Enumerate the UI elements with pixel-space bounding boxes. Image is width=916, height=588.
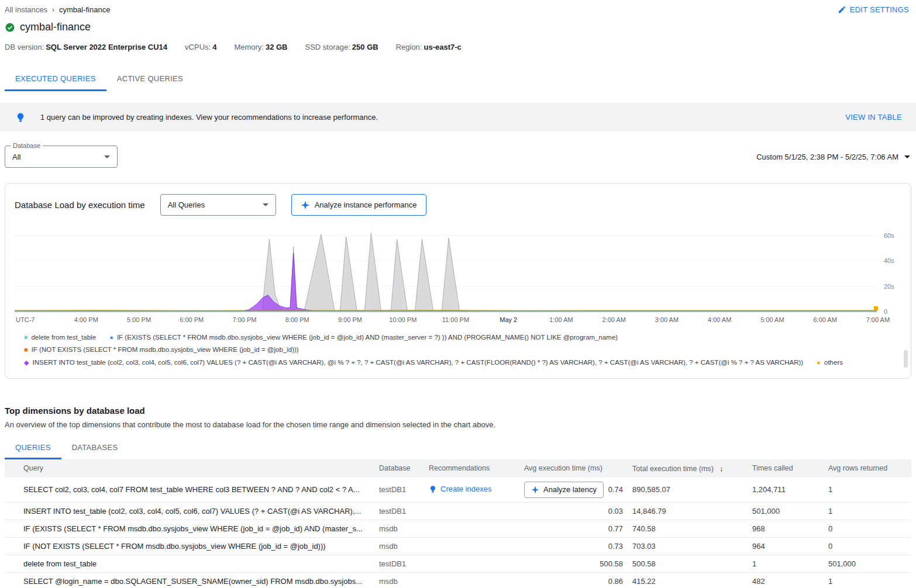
load-chart[interactable]: 60s40s20s0UTC-74:00 PM5:00 PM6:00 PM7:00…: [15, 225, 901, 329]
view-in-table-link[interactable]: VIEW IN TABLE: [845, 113, 902, 122]
meta-label: vCPUs:: [185, 43, 211, 51]
meta-item: DB version:SQL Server 2022 Enterprise CU…: [5, 43, 167, 51]
query-cell: delete from test_table: [5, 555, 374, 572]
legend-item[interactable]: ● IF (EXISTS (SELECT * FROM msdb.dbo.sys…: [109, 331, 618, 344]
meta-label: Memory:: [234, 43, 264, 51]
dimension-tabs: QUERIES DATABASES: [5, 437, 911, 459]
header-query[interactable]: Query: [5, 459, 374, 478]
analyze-latency-label: Analyze latency: [543, 485, 597, 494]
avg-execution-cell: 0.73: [519, 537, 628, 555]
legend-item[interactable]: ◆ INSERT INTO test_table (col2, col3, co…: [24, 357, 803, 369]
database-cell: testDB1: [374, 555, 424, 572]
legend-label: IF (NOT EXISTS (SELECT * FROM msdb.dbo.s…: [32, 344, 299, 356]
meta-value: SQL Server 2022 Enterprise CU14: [46, 43, 167, 51]
legend-marker-icon: ●: [817, 357, 821, 368]
database-cell: msdb: [374, 572, 424, 588]
recommendation-cell: [424, 537, 519, 555]
meta-value: 4: [212, 43, 216, 51]
tab-queries[interactable]: QUERIES: [5, 437, 61, 459]
meta-label: DB version:: [5, 43, 44, 51]
svg-text:20s: 20s: [884, 283, 894, 290]
sort-descending-icon[interactable]: ↓: [719, 464, 724, 473]
times-called-value: 501,000: [748, 502, 824, 520]
avg-execution-cell: 0.77: [519, 520, 628, 537]
svg-text:60s: 60s: [884, 232, 894, 239]
avg-execution-cell: 0.03: [519, 502, 628, 520]
times-called-value: 968: [748, 520, 824, 537]
query-table-row[interactable]: IF (NOT EXISTS (SELECT * FROM msdb.dbo.s…: [5, 537, 911, 555]
top-dimensions-section: Top dimensions by database load An overv…: [5, 406, 911, 588]
svg-text:4:00 PM: 4:00 PM: [74, 316, 98, 323]
tab-executed-queries[interactable]: EXECUTED QUERIES: [5, 68, 106, 91]
lightbulb-icon: [429, 485, 437, 493]
chevron-down-icon: [904, 155, 910, 158]
legend-item[interactable]: ● others: [817, 357, 843, 369]
times-called-value: 1: [748, 555, 824, 572]
query-filter-select[interactable]: All Queries: [160, 194, 276, 216]
legend-item[interactable]: ■ IF (NOT EXISTS (SELECT * FROM msdb.dbo…: [24, 344, 299, 356]
svg-text:1:00 AM: 1:00 AM: [549, 316, 573, 323]
chevron-down-icon: [104, 155, 110, 158]
total-execution-value: 415.22: [628, 572, 748, 588]
avg-execution-value: 0.73: [608, 542, 623, 551]
query-table-row[interactable]: INSERT INTO test_table (col2, col3, col4…: [5, 502, 911, 520]
database-cell: msdb: [374, 520, 424, 537]
legend-item[interactable]: × delete from test_table: [24, 331, 96, 344]
breadcrumb-all-instances[interactable]: All instances: [5, 5, 47, 14]
filter-row: Database All Custom 5/1/25, 2:38 PM - 5/…: [0, 132, 916, 168]
legend-marker-icon: ■: [24, 344, 28, 355]
query-cell: INSERT INTO test_table (col2, col3, col4…: [5, 502, 374, 520]
tab-active-queries[interactable]: ACTIVE QUERIES: [106, 68, 194, 91]
legend-label: others: [824, 357, 843, 369]
meta-item: Region:us-east7-c: [396, 43, 462, 51]
avg-rows-value: 1: [824, 572, 911, 588]
avg-rows-value: 1: [824, 502, 911, 520]
tab-databases[interactable]: DATABASES: [61, 437, 129, 459]
query-cell: SELECT @login_name = dbo.SQLAGENT_SUSER_…: [5, 572, 374, 588]
avg-rows-value: 1: [824, 478, 911, 503]
svg-text:5:00 AM: 5:00 AM: [760, 316, 784, 323]
total-execution-value: 740.58: [628, 520, 748, 537]
query-filter-value: All Queries: [168, 200, 205, 209]
database-select[interactable]: Database All: [5, 146, 118, 168]
edit-settings-button[interactable]: EDIT SETTINGS: [838, 5, 909, 14]
legend-label: INSERT INTO test_table (col2, col3, col4…: [32, 357, 803, 369]
top-dimensions-title: Top dimensions by database load: [5, 406, 911, 416]
header-total-execution-time[interactable]: Total execution time (ms)↓: [628, 459, 748, 478]
query-table-row[interactable]: delete from test_table testDB1 500.58 50…: [5, 555, 911, 572]
edit-settings-label: EDIT SETTINGS: [850, 5, 909, 14]
header-times-called[interactable]: Times called: [748, 459, 824, 478]
query-table-row[interactable]: IF (EXISTS (SELECT * FROM msdb.dbo.sysjo…: [5, 520, 911, 537]
total-execution-value: 890,585.07: [628, 478, 748, 503]
chart-legend: × delete from test_table ● IF (EXISTS (S…: [24, 331, 881, 369]
times-called-value: 482: [748, 572, 824, 588]
legend-scrollbar[interactable]: [904, 350, 908, 368]
avg-execution-value: 0.03: [608, 507, 623, 516]
recommendation-cell: Create indexes: [424, 478, 519, 503]
analyze-instance-performance-button[interactable]: Analyze instance performance: [291, 194, 426, 216]
header-recommendations[interactable]: Recommendations: [424, 459, 519, 478]
total-execution-value: 703.03: [628, 537, 748, 555]
main-tabs: EXECUTED QUERIES ACTIVE QUERIES: [0, 68, 916, 91]
meta-value: 250 GB: [352, 43, 378, 51]
svg-text:5:00 PM: 5:00 PM: [127, 316, 151, 323]
header-avg-rows-returned[interactable]: Avg rows returned: [824, 459, 911, 478]
header-database[interactable]: Database: [374, 459, 424, 478]
time-range-selector[interactable]: Custom 5/1/25, 2:38 PM - 5/2/25, 7:06 AM: [756, 153, 910, 161]
svg-text:6:00 PM: 6:00 PM: [180, 316, 204, 323]
database-select-label: Database: [11, 142, 43, 149]
analyze-latency-button[interactable]: Analyze latency: [524, 482, 604, 498]
top-dimensions-subtitle: An overview of the top dimensions that c…: [5, 420, 911, 429]
database-cell: testDB1: [374, 502, 424, 520]
total-execution-value: 14,846.79: [628, 502, 748, 520]
create-indexes-link[interactable]: Create indexes: [429, 485, 491, 493]
top-bar: All instances › cymbal-finance EDIT SETT…: [0, 0, 916, 14]
breadcrumb-current: cymbal-finance: [59, 5, 110, 14]
header-avg-execution-time[interactable]: Avg execution time (ms): [519, 459, 628, 478]
query-table-row[interactable]: SELECT col2, col3, col4, col7 FROM test_…: [5, 478, 911, 503]
chevron-down-icon: [263, 203, 268, 206]
instance-meta-row: DB version:SQL Server 2022 Enterprise CU…: [0, 33, 916, 51]
breadcrumb: All instances › cymbal-finance: [5, 5, 110, 14]
avg-execution-value: 0.74: [608, 485, 623, 494]
query-table-row[interactable]: SELECT @login_name = dbo.SQLAGENT_SUSER_…: [5, 572, 911, 588]
